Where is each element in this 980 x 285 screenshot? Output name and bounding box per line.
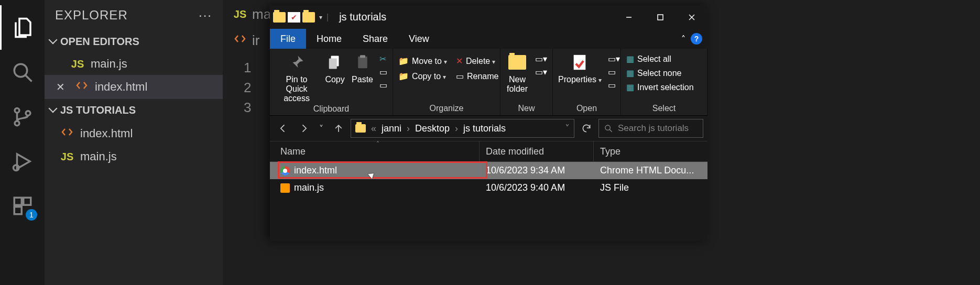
select-all-icon: ▦ <box>626 54 634 64</box>
organize-group-label: Organize <box>393 103 500 115</box>
line-number: 3 <box>244 97 251 117</box>
nav-back-button[interactable] <box>274 119 292 137</box>
select-all-label: Select all <box>637 54 671 64</box>
ribbon-collapse-icon[interactable]: ˄ <box>681 34 685 44</box>
copy-path-icon[interactable]: ▭ <box>379 67 387 77</box>
editor-tab[interactable]: JS ma <box>233 6 271 23</box>
delete-button[interactable]: ✕Delete <box>456 56 495 66</box>
address-bar[interactable]: « janni› Desktop› js tutorials ˅ <box>351 119 574 138</box>
menu-file[interactable]: File <box>270 29 306 49</box>
close-button[interactable] <box>676 5 707 29</box>
menu-share[interactable]: Share <box>352 29 398 49</box>
open-editor-item[interactable]: JS main.js <box>45 53 223 75</box>
fe-titlebar[interactable]: ✔ ▾ | js tutorials <box>270 5 707 29</box>
line-number: 2 <box>244 78 251 97</box>
copy-button[interactable]: Copy <box>324 52 345 84</box>
svg-rect-11 <box>658 15 663 20</box>
file-row[interactable]: index.html 10/6/2023 9:34 AM Chrome HTML… <box>270 162 707 179</box>
row-date: 10/6/2023 9:34 AM <box>480 165 594 176</box>
paste-button[interactable]: Paste <box>352 52 373 84</box>
html-icon <box>60 126 74 141</box>
fe-nav-bar: ˅ « janni› Desktop› js tutorials ˅ Searc… <box>270 116 707 141</box>
path-seg[interactable]: janni <box>382 123 401 134</box>
cut-icon[interactable]: ✂ <box>379 54 387 64</box>
editor-tab[interactable]: ir <box>233 32 259 49</box>
activity-search[interactable] <box>0 50 45 94</box>
select-all-button[interactable]: ▦Select all <box>626 54 671 64</box>
minimize-button[interactable] <box>613 5 645 29</box>
chevron-down-icon <box>49 38 57 46</box>
file-row[interactable]: main.js 10/6/2023 9:40 AM JS File <box>270 179 707 196</box>
invert-icon: ▦ <box>626 82 634 92</box>
invert-selection-button[interactable]: ▦Invert selection <box>626 82 694 92</box>
menu-home[interactable]: Home <box>306 29 352 49</box>
search-placeholder: Search js tutorials <box>618 123 689 134</box>
fe-title: js tutorials <box>332 11 386 23</box>
check-icon: ✔ <box>288 12 300 23</box>
rename-button[interactable]: ▭Rename <box>456 71 498 81</box>
col-date[interactable]: Date modified <box>480 141 594 161</box>
folder-header[interactable]: JS TUTORIALS <box>45 99 223 122</box>
pin-quick-access-button[interactable]: Pin to Quick access <box>275 52 318 103</box>
col-type[interactable]: Type <box>594 141 707 161</box>
new-folder-button[interactable]: New folder <box>506 52 529 94</box>
search-box[interactable]: Search js tutorials <box>598 119 703 138</box>
refresh-button[interactable] <box>578 119 595 137</box>
activity-explorer[interactable] <box>0 5 45 50</box>
svg-line-1 <box>25 75 31 81</box>
open-editors-header[interactable]: OPEN EDITORS <box>45 30 223 53</box>
close-icon[interactable]: ✕ <box>55 81 66 93</box>
sublime-icon <box>280 183 290 193</box>
moveto-button[interactable]: 📁Move to <box>398 56 447 66</box>
clipboard-group-label: Clipboard <box>270 103 393 116</box>
open-editor-item[interactable]: ✕ index.html <box>45 75 223 99</box>
open-group-label: Open <box>553 103 620 115</box>
pin-icon <box>286 52 307 73</box>
js-icon: JS <box>71 58 84 70</box>
path-dropdown-icon[interactable]: ˅ <box>565 123 570 134</box>
edit-icon[interactable]: ▭ <box>608 67 620 77</box>
menu-view[interactable]: View <box>398 29 440 49</box>
path-seg[interactable]: Desktop <box>415 123 450 134</box>
nav-up-button[interactable] <box>330 119 347 137</box>
nav-history-button[interactable]: ˅ <box>316 119 326 137</box>
vscode-sidebar: EXPLORER ··· OPEN EDITORS JS main.js ✕ i… <box>45 0 223 285</box>
folder-file-item[interactable]: index.html <box>45 122 223 146</box>
svg-point-4 <box>26 111 30 115</box>
properties-button[interactable]: Properties <box>558 52 602 84</box>
folder-icon <box>355 124 366 133</box>
svg-point-3 <box>15 120 19 125</box>
play-bug-icon <box>12 150 34 172</box>
col-name[interactable]: Name˄ <box>270 141 480 161</box>
select-none-button[interactable]: ▦Select none <box>626 68 682 78</box>
open-icon[interactable]: ▭▾ <box>608 54 620 64</box>
new-folder-label: New folder <box>506 75 529 94</box>
copy-icon <box>324 52 345 73</box>
vscode-activity-bar: 1 <box>0 0 45 285</box>
properties-icon <box>569 52 590 73</box>
rename-label: Rename <box>467 72 498 81</box>
fe-quickaccess-icons[interactable]: ✔ ▾ | <box>270 12 332 23</box>
paste-shortcut-icon[interactable]: ▭ <box>379 80 387 90</box>
html-icon <box>233 32 247 49</box>
maximize-button[interactable] <box>645 5 676 29</box>
moveto-label: Move to <box>412 57 447 66</box>
new-item-icon[interactable]: ▭▾ <box>535 54 547 64</box>
nav-forward-button[interactable] <box>295 119 313 137</box>
activity-run-debug[interactable] <box>0 139 45 183</box>
folder-label: JS TUTORIALS <box>60 104 136 116</box>
history-icon[interactable]: ▭ <box>608 80 620 90</box>
explorer-more-icon[interactable]: ··· <box>199 8 212 23</box>
folder-file-item[interactable]: JS main.js <box>45 146 223 168</box>
files-icon <box>12 17 34 39</box>
file-explorer-window: ✔ ▾ | js tutorials File Home Share View … <box>270 5 707 241</box>
activity-source-control[interactable] <box>0 94 45 139</box>
easy-access-icon[interactable]: ▭▾ <box>535 67 547 77</box>
copyto-button[interactable]: 📁Copy to <box>398 71 446 81</box>
activity-extensions[interactable]: 1 <box>0 183 45 228</box>
help-icon[interactable]: ? <box>691 33 702 45</box>
copyto-label: Copy to <box>412 72 446 81</box>
dropdown-caret-icon[interactable]: ▾ <box>317 14 324 21</box>
sort-asc-icon: ˄ <box>376 140 379 148</box>
path-seg[interactable]: js tutorials <box>463 123 506 134</box>
